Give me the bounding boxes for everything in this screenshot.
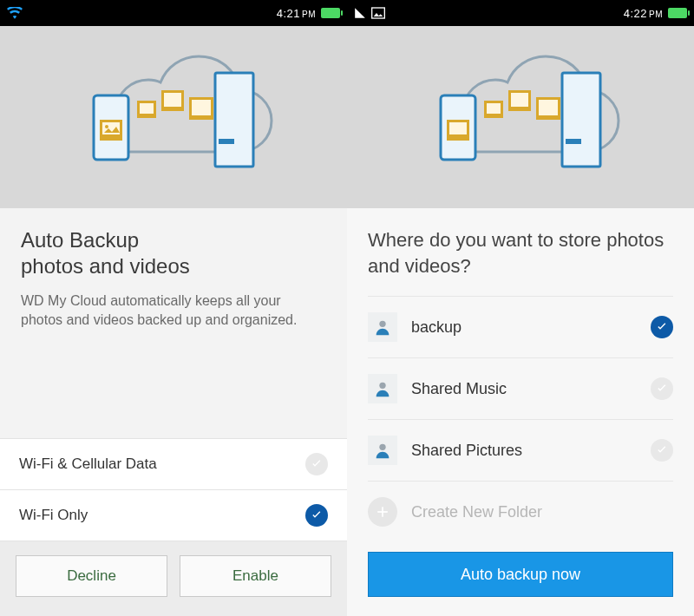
cloud-backup-illustration [408,52,633,182]
network-option-list: Wi-Fi & Cellular Data Wi-Fi Only [0,438,347,541]
svg-rect-11 [192,100,211,115]
check-icon [651,316,673,338]
folder-label: backup [411,318,637,337]
action-buttons: Decline Enable [0,541,347,616]
enable-button[interactable]: Enable [180,555,331,597]
page-title: Auto Backup photos and videos [21,227,326,279]
decline-button[interactable]: Decline [16,555,167,597]
page-title: Where do you want to store photos and vi… [368,227,673,279]
svg-rect-15 [449,122,467,134]
svg-rect-16 [562,73,600,167]
status-bar: 4:21PM [0,0,347,26]
wifi-icon [7,7,23,19]
screen-auto-backup: 4:21PM Auto Backup photos and videos W [0,0,347,616]
svg-rect-23 [539,100,558,115]
folder-row-backup[interactable]: backup [368,296,673,357]
folder-list: backup Shared Music Shared Pictures [347,291,694,542]
svg-rect-5 [219,139,234,144]
svg-point-26 [379,444,385,450]
svg-rect-10 [164,93,181,107]
svg-point-24 [379,321,385,327]
option-label: Wi-Fi & Cellular Data [19,455,157,473]
screen-choose-folder: 4:22PM Where do you want to store photos… [347,0,694,616]
signal-icon [354,7,366,19]
svg-point-3 [105,125,108,128]
battery-icon [668,8,687,18]
cloud-backup-illustration [61,52,286,182]
svg-rect-21 [487,103,501,114]
person-icon [368,312,397,342]
folder-label: Shared Pictures [411,442,637,460]
folder-row-shared-pictures[interactable]: Shared Pictures [368,419,673,481]
hero-illustration [347,26,694,208]
folder-label: Shared Music [411,380,637,398]
option-wifi-cellular[interactable]: Wi-Fi & Cellular Data [0,439,347,490]
svg-point-25 [379,383,385,389]
hero-illustration [0,26,347,208]
status-time: 4:22PM [624,7,663,20]
auto-backup-now-button[interactable]: Auto backup now [368,552,673,597]
create-folder-label: Create New Folder [411,503,673,521]
status-bar: 4:22PM [347,0,694,26]
check-icon [305,453,328,475]
create-new-folder[interactable]: Create New Folder [368,481,673,542]
svg-rect-4 [215,73,253,167]
svg-rect-9 [140,103,154,114]
person-icon [368,374,397,403]
status-time: 4:21PM [277,7,316,20]
page-description: WD My Cloud automatically keeps all your… [21,292,326,331]
picture-icon [371,7,385,19]
svg-rect-22 [511,93,528,107]
check-icon [651,377,673,400]
option-label: Wi-Fi Only [19,507,88,524]
folder-row-shared-music[interactable]: Shared Music [368,357,673,419]
plus-icon [368,497,397,527]
person-icon [368,436,397,465]
battery-icon [321,8,340,18]
svg-rect-17 [566,139,581,144]
option-wifi-only[interactable]: Wi-Fi Only [0,490,347,541]
check-icon [651,439,673,462]
check-icon [305,504,328,527]
svg-rect-12 [372,8,385,18]
